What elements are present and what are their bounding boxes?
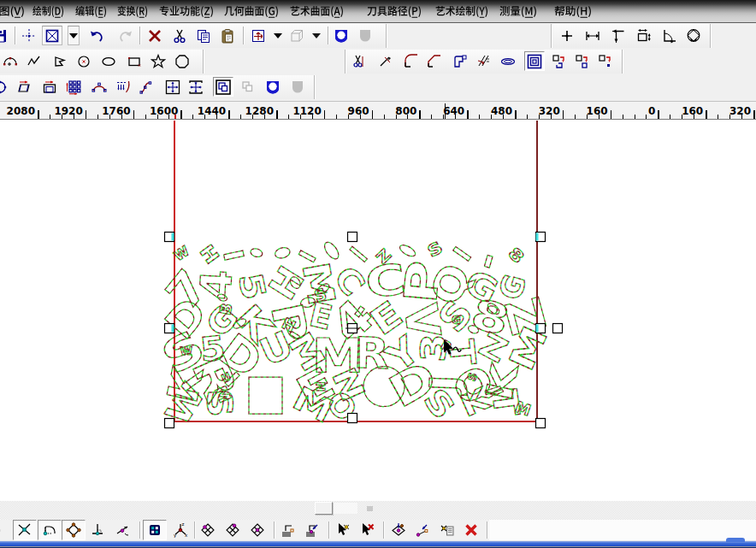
fit-arc-button[interactable] <box>89 77 109 97</box>
render-dome-button[interactable] <box>331 26 351 45</box>
crosshair-button[interactable] <box>19 26 39 45</box>
menu-transform[interactable]: 变换(R) <box>117 4 148 20</box>
redo-button[interactable] <box>115 26 136 45</box>
selection-handle[interactable] <box>165 324 174 333</box>
offset-contour-button[interactable] <box>450 51 470 71</box>
menu-artdraw[interactable]: 艺术绘制(Y) <box>435 4 488 20</box>
ring-disc-button[interactable] <box>498 51 518 71</box>
nested-shape[interactable]: SS <box>424 238 446 262</box>
node-shape-button[interactable] <box>0 77 10 97</box>
rectangle-button[interactable] <box>124 51 145 71</box>
nested-shape[interactable] <box>224 250 245 260</box>
selection-handle[interactable] <box>348 233 357 242</box>
shield-button[interactable] <box>287 77 308 97</box>
measure-offset-button[interactable] <box>608 26 629 45</box>
snap-arc-button[interactable] <box>38 520 62 540</box>
array-copy-1-button[interactable] <box>549 51 570 71</box>
menu-geosurf[interactable]: 几何曲面(G) <box>224 4 279 20</box>
array-grid-button[interactable] <box>62 77 83 97</box>
arc-3pt-button[interactable] <box>0 51 21 71</box>
measure-rect-button[interactable] <box>634 26 654 45</box>
scale-rect-button[interactable] <box>39 77 60 97</box>
save-button[interactable] <box>0 26 10 45</box>
place-on-plane-button[interactable] <box>387 520 410 540</box>
selection-handle[interactable] <box>536 324 546 333</box>
menu-edit[interactable]: 编辑(E) <box>75 4 107 20</box>
pick-point-cursor-button[interactable] <box>332 520 356 540</box>
spline-points-button[interactable] <box>136 77 157 97</box>
view-plane-yz-button[interactable] <box>245 520 269 540</box>
menu-artsurf[interactable]: 艺术曲面(A) <box>290 4 344 20</box>
nested-shape[interactable] <box>249 377 282 414</box>
view-plane-xz-button[interactable] <box>221 520 245 540</box>
selection-handle[interactable] <box>536 419 546 428</box>
nested-shape[interactable] <box>453 247 471 262</box>
nested-squares-button[interactable] <box>524 51 545 71</box>
measure-circle-button[interactable] <box>683 26 704 45</box>
pick-delete-cursor-button[interactable] <box>356 520 380 540</box>
selection-handle[interactable] <box>536 233 546 242</box>
nested-shape[interactable]: HH <box>195 240 223 268</box>
render-dome-button[interactable] <box>263 77 283 97</box>
box-3d-button[interactable] <box>286 26 307 45</box>
measure-point-button[interactable] <box>557 26 577 45</box>
nested-shape[interactable] <box>250 247 263 258</box>
shrink-box-button[interactable] <box>186 77 206 97</box>
transform-arrows-button[interactable] <box>248 26 269 45</box>
octagon-button[interactable] <box>172 51 192 71</box>
extend-line-button[interactable] <box>375 51 396 71</box>
dropdown-arrow-button[interactable] <box>272 26 284 45</box>
view-plane-xy-button[interactable] <box>196 520 220 540</box>
star-button[interactable] <box>148 51 168 71</box>
nested-shape[interactable] <box>298 250 316 262</box>
expand-box-button[interactable] <box>162 77 183 97</box>
scrollbar-thumb[interactable] <box>315 502 333 515</box>
select-box-button[interactable] <box>42 26 62 45</box>
grid-snap-button[interactable] <box>143 520 167 540</box>
horizontal-scrollbar[interactable] <box>0 501 756 520</box>
pick-list-button[interactable] <box>435 520 459 540</box>
circle-center-button[interactable] <box>74 51 94 71</box>
shield-button[interactable] <box>355 26 375 45</box>
selection-handle[interactable] <box>165 233 174 242</box>
selection-handle[interactable] <box>165 419 174 428</box>
dropdown-arrow-button[interactable] <box>68 26 80 45</box>
nested-shape[interactable] <box>274 246 291 260</box>
cut-scissors-button[interactable] <box>169 26 190 45</box>
delete-x-button[interactable] <box>145 26 165 45</box>
polyline-button[interactable] <box>24 51 44 71</box>
align-to-plane-button[interactable] <box>410 520 434 540</box>
fillet-button[interactable] <box>401 51 422 71</box>
nested-shape[interactable] <box>322 240 341 262</box>
measure-angle-button[interactable] <box>659 26 680 45</box>
selection-handle[interactable] <box>553 324 563 333</box>
array-copy-3-button[interactable] <box>595 51 616 71</box>
selection-pivot[interactable] <box>346 324 359 333</box>
work-plane-arrow-button[interactable] <box>300 520 324 540</box>
measure-distance-button[interactable] <box>582 26 603 45</box>
chamfer-button[interactable] <box>424 51 445 71</box>
nested-shape[interactable]: NN <box>314 381 328 392</box>
ellipse-button[interactable] <box>98 51 119 71</box>
snap-node-button[interactable] <box>0 520 12 540</box>
nested-squares-gray-button[interactable] <box>238 77 258 97</box>
nested-shape[interactable]: WW <box>180 345 192 357</box>
menu-draw[interactable]: 绘制(D) <box>32 4 64 20</box>
trim-scissors-button[interactable] <box>349 51 369 71</box>
undo-button[interactable] <box>86 26 107 45</box>
nested-shape[interactable]: 88 <box>505 244 528 267</box>
snap-perpendicular-button[interactable] <box>86 520 110 540</box>
menu-measure[interactable]: 测量(M) <box>499 4 537 20</box>
selection-handle[interactable] <box>348 414 357 423</box>
paste-button[interactable] <box>217 26 238 45</box>
menu-pro[interactable]: 专业功能(Z) <box>159 4 214 20</box>
nested-shape[interactable]: BB <box>216 302 235 316</box>
menu-toolpath[interactable]: 刀具路径(P) <box>367 4 422 20</box>
poly-flag-button[interactable] <box>50 51 70 71</box>
dropdown-arrow-button[interactable] <box>310 26 322 45</box>
menu-view[interactable]: 视图(V) <box>0 4 25 20</box>
snap-intersection-button[interactable] <box>13 520 37 540</box>
project-lines-button[interactable] <box>474 51 494 71</box>
shear-parallelogram-button[interactable] <box>14 77 34 97</box>
cancel-x-button[interactable] <box>459 520 483 540</box>
